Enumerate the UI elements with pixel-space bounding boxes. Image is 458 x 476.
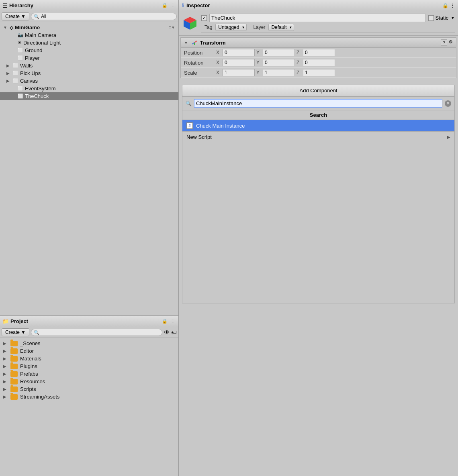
new-script-label: New Script xyxy=(186,134,212,140)
scale-z-input[interactable] xyxy=(303,69,335,76)
project-item-scripts[interactable]: ▶ Scripts xyxy=(0,385,178,393)
project-item-resources[interactable]: ▶ Resources xyxy=(0,378,178,385)
add-component-button[interactable]: Add Component xyxy=(182,85,455,96)
rotation-x-input[interactable] xyxy=(223,59,255,66)
position-x-input[interactable] xyxy=(223,49,255,56)
project-search-box[interactable]: 🔍 xyxy=(31,329,162,336)
project-item-materials[interactable]: ▶ Materials xyxy=(0,355,178,362)
project-search-input[interactable] xyxy=(41,330,159,335)
project-lock-icon[interactable]: 🔒 xyxy=(162,318,168,325)
transform-section: ▼ Transform ? ⚙ Position X Y Z xyxy=(180,37,456,78)
object-name-input[interactable] xyxy=(209,14,426,22)
layer-dropdown[interactable]: Default xyxy=(268,24,294,31)
inspector-menu-dots[interactable]: ⋮ xyxy=(450,3,455,8)
editor-label: Editor xyxy=(20,348,34,354)
hierarchy-create-button[interactable]: Create ▼ xyxy=(2,12,29,20)
transform-collapse-arrow[interactable]: ▼ xyxy=(184,41,189,45)
object-header: ✓ Static ▼ Tag Untagged Layer Default xyxy=(179,11,458,36)
hierarchy-item-walls[interactable]: ▶ ⬜ Walls xyxy=(0,62,178,69)
inspector-title: Inspector xyxy=(186,2,210,8)
pickups-arrow: ▶ xyxy=(6,71,11,75)
project-item-scenes[interactable]: ▶ _Scenes xyxy=(0,340,178,347)
inspector-lock-icon[interactable]: 🔒 xyxy=(442,3,448,8)
prefabs-folder-icon xyxy=(10,371,18,377)
rotation-xyz: X Y Z xyxy=(216,59,453,66)
project-panel: 📁 Project 🔒 ⋮ Create ▼ 🔍 👁 🏷 ▶ _Sc xyxy=(0,315,179,476)
prefabs-arrow: ▶ xyxy=(3,372,8,376)
hierarchy-title: Hierarchy xyxy=(9,2,33,8)
project-toolbar: Create ▼ 🔍 👁 🏷 xyxy=(0,327,178,338)
hierarchy-item-thechuck[interactable]: ▶ ⬜ TheChuck xyxy=(0,92,178,100)
rotation-z-label: Z xyxy=(296,60,301,65)
project-header: 📁 Project 🔒 ⋮ xyxy=(0,316,178,327)
project-title: Project xyxy=(10,318,28,324)
project-menu-dots[interactable]: ⋮ xyxy=(170,318,176,325)
hierarchy-lock-icon[interactable]: 🔒 xyxy=(162,2,168,9)
hierarchy-menu-dots[interactable]: ⋮ xyxy=(170,2,176,9)
project-content: ▶ _Scenes ▶ Editor ▶ Materials ▶ Plugins… xyxy=(0,338,178,476)
object-active-checkbox[interactable]: ✓ xyxy=(201,15,207,21)
project-create-button[interactable]: Create ▼ xyxy=(2,328,29,336)
transform-title: Transform xyxy=(200,40,226,46)
scale-x-input[interactable] xyxy=(223,69,255,76)
transform-help-icon[interactable]: ? xyxy=(441,39,447,46)
hierarchy-root-label: MiniGame xyxy=(15,24,40,31)
object-info: ✓ Static ▼ Tag Untagged Layer Default xyxy=(201,14,455,33)
hierarchy-content: ▼ ◇ MiniGame =▼ ▶ 📷 Main Camera ▶ ☀ Dire… xyxy=(0,22,178,315)
static-checkbox[interactable] xyxy=(428,15,434,21)
hierarchy-toolbar: Create ▼ 🔍 xyxy=(0,11,178,22)
new-script-row[interactable]: New Script ▶ xyxy=(182,131,454,142)
script-icon: # xyxy=(186,122,193,129)
object-name-row: ✓ Static ▼ xyxy=(201,14,455,22)
position-z-input[interactable] xyxy=(303,49,335,56)
project-item-plugins[interactable]: ▶ Plugins xyxy=(0,362,178,370)
hierarchy-item-directional-light[interactable]: ▶ ☀ Directional Light xyxy=(0,39,178,47)
component-search-panel: 🔍 ✕ Search # Chuck Main Instance New Scr… xyxy=(182,96,455,303)
project-view-icon[interactable]: 👁 xyxy=(164,329,170,336)
project-item-streamingassets[interactable]: ▶ StreamingAssets xyxy=(0,393,178,401)
project-filter-icon[interactable]: 🏷 xyxy=(171,329,177,336)
object-cube-icon xyxy=(182,15,198,31)
scripts-folder-icon xyxy=(10,386,18,392)
transform-icons: ? ⚙ xyxy=(441,39,453,46)
transform-rotation-row: Rotation X Y Z xyxy=(181,58,456,68)
transform-settings-icon[interactable]: ⚙ xyxy=(449,39,453,46)
inspector-info-icon: ℹ xyxy=(182,2,184,8)
hierarchy-search-input[interactable] xyxy=(41,14,174,19)
new-script-arrow: ▶ xyxy=(447,135,450,139)
component-search-clear-button[interactable]: ✕ xyxy=(445,100,451,107)
position-z-label: Z xyxy=(296,50,301,55)
component-result-chuck-main-instance[interactable]: # Chuck Main Instance xyxy=(182,120,454,131)
inspector-panel: ℹ Inspector 🔒 ⋮ ✓ Static ▼ xyxy=(179,0,458,476)
svg-line-3 xyxy=(194,41,197,43)
project-search-icon: 🔍 xyxy=(34,330,39,335)
hierarchy-root-item[interactable]: ▼ ◇ MiniGame =▼ xyxy=(0,24,178,31)
component-search-icon: 🔍 xyxy=(186,101,192,106)
root-filter-icon: =▼ xyxy=(169,25,175,30)
canvas-label: Canvas xyxy=(20,78,38,84)
hierarchy-item-main-camera[interactable]: ▶ 📷 Main Camera xyxy=(0,31,178,39)
main-camera-label: Main Camera xyxy=(25,32,56,38)
resources-arrow: ▶ xyxy=(3,379,8,384)
hierarchy-item-ground[interactable]: ▶ ⬜ Ground xyxy=(0,47,178,54)
hierarchy-item-pickups[interactable]: ▶ ⬜ Pick Ups xyxy=(0,69,178,77)
project-item-editor[interactable]: ▶ Editor xyxy=(0,347,178,355)
scenes-label: _Scenes xyxy=(20,340,41,346)
hierarchy-item-player[interactable]: ▶ ⬜ Player xyxy=(0,54,178,62)
hierarchy-search-box[interactable]: 🔍 xyxy=(31,13,177,20)
position-y-input[interactable] xyxy=(263,49,295,56)
static-dropdown-arrow[interactable]: ▼ xyxy=(451,16,455,20)
tag-dropdown[interactable]: Untagged xyxy=(215,24,247,31)
rotation-y-input[interactable] xyxy=(263,59,295,66)
hierarchy-item-eventsystem[interactable]: ▶ ⬜ EventSystem xyxy=(0,85,178,92)
rotation-z-input[interactable] xyxy=(303,59,335,66)
hierarchy-item-canvas[interactable]: ▶ ⬜ Canvas xyxy=(0,77,178,85)
scale-label: Scale xyxy=(184,70,216,76)
component-search-input[interactable] xyxy=(194,99,442,108)
scale-y-input[interactable] xyxy=(263,69,295,76)
rotation-label: Rotation xyxy=(184,60,216,66)
walls-label: Walls xyxy=(20,63,33,69)
search-label-row: Search xyxy=(182,110,454,120)
project-item-prefabs[interactable]: ▶ Prefabs xyxy=(0,370,178,378)
player-label: Player xyxy=(25,55,40,61)
